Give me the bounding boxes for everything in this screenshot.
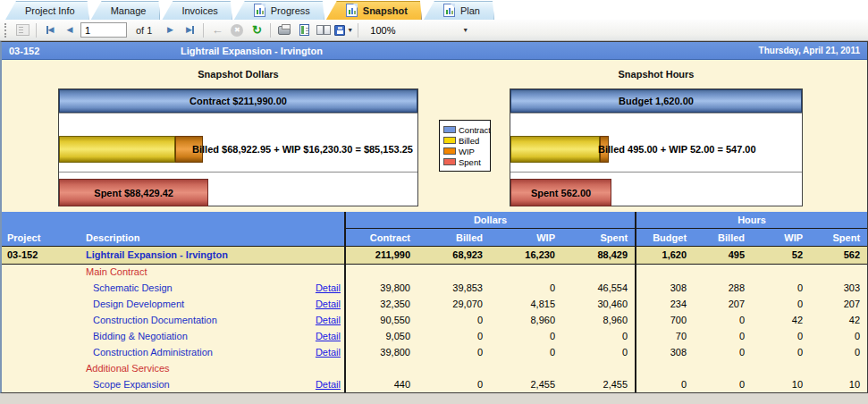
report-date: Thursday, April 21, 2011 bbox=[759, 46, 867, 55]
last-page-icon bbox=[192, 26, 194, 34]
detail-link[interactable]: Detail bbox=[316, 282, 341, 293]
detail-link[interactable]: Detail bbox=[316, 315, 341, 325]
legend-item-billed: Billed bbox=[443, 135, 486, 146]
gridline bbox=[510, 172, 802, 173]
service-row: Scope ExpansionDetail 440 0 2,455 2,455 … bbox=[2, 376, 867, 392]
toolbar-grip[interactable] bbox=[4, 23, 9, 38]
service-name: Bidding & Negotiation bbox=[93, 331, 188, 341]
spent-bar: Spent $88,429.42 bbox=[59, 179, 208, 206]
page-number-input[interactable] bbox=[80, 22, 127, 38]
tab-snapshot[interactable]: Snapshot bbox=[326, 1, 422, 20]
charts-panel: Snapshot Dollars Snapshot Hours Contract… bbox=[2, 60, 867, 212]
stop-icon: ✖ bbox=[231, 24, 243, 37]
export-button[interactable]: ▼ bbox=[334, 21, 353, 39]
detail-link[interactable]: Detail bbox=[316, 299, 341, 309]
legend-item-spent: Spent bbox=[443, 156, 486, 167]
group-hours: Hours bbox=[636, 212, 867, 228]
detail-link[interactable]: Detail bbox=[316, 379, 341, 390]
tab-label: Progress bbox=[271, 5, 310, 16]
toolbar-separator bbox=[203, 23, 204, 38]
col-spent-hours: Spent bbox=[810, 228, 867, 246]
tab-label: Manage bbox=[111, 5, 147, 16]
zoom-caret-icon: ▼ bbox=[462, 27, 468, 33]
next-page-button[interactable]: ▶ bbox=[161, 21, 179, 39]
last-page-button[interactable]: ▶ bbox=[181, 21, 198, 39]
page-setup-icon bbox=[316, 25, 331, 35]
snapshot-dollars-chart: Contract $211,990.00 Billed $68,922.95 +… bbox=[58, 88, 418, 206]
service-row: Schematic DesignDetail 39,800 39,853 0 4… bbox=[2, 280, 867, 296]
tab-strip: Project Info Manage Invoices Progress Sn… bbox=[0, 0, 868, 20]
snapshot-hours-chart: Budget 1,620.00 Billed 495.00 + WIP 52.0… bbox=[510, 88, 803, 206]
refresh-button[interactable]: ↻ bbox=[248, 21, 265, 39]
spent-bar-label: Spent $88,429.42 bbox=[94, 188, 173, 198]
stop-button[interactable]: ✖ bbox=[228, 21, 246, 39]
section-row: Main Contract bbox=[2, 264, 867, 280]
budget-bar-label: Budget 1,620.00 bbox=[619, 96, 694, 106]
spent-swatch-icon bbox=[443, 158, 456, 165]
toolbar-separator bbox=[270, 23, 271, 38]
billed-wip-row: Billed $68,922.95 + WIP $16,230.30 = $85… bbox=[59, 136, 417, 163]
tab-label: Snapshot bbox=[363, 5, 408, 16]
previous-page-button[interactable]: ◀ bbox=[61, 21, 79, 39]
page-setup-button[interactable] bbox=[315, 21, 333, 39]
zoom-value: 100% bbox=[370, 25, 460, 36]
zoom-select[interactable]: 100% ▼ bbox=[367, 22, 472, 38]
spent-bar-label: Spent 562.00 bbox=[531, 188, 591, 198]
wip-swatch-icon bbox=[443, 147, 456, 155]
section-label: Additional Services bbox=[80, 363, 170, 374]
gridline bbox=[59, 172, 417, 173]
service-row: Bidding & NegotiationDetail 9,050 0 0 0 … bbox=[2, 328, 867, 344]
tab-invoices[interactable]: Invoices bbox=[162, 1, 232, 20]
service-name: Construction Documentation bbox=[93, 315, 217, 325]
tab-manage[interactable]: Manage bbox=[91, 1, 161, 20]
service-row: Construction DocumentationDetail 90,550 … bbox=[2, 312, 867, 328]
service-name: Scope Expansion bbox=[93, 379, 170, 390]
col-wip-dollars: WIP bbox=[490, 228, 562, 246]
billed-bar bbox=[510, 136, 600, 163]
billed-bar bbox=[59, 136, 175, 163]
project-id: 03-152 bbox=[2, 46, 181, 56]
save-icon bbox=[334, 25, 345, 36]
detail-link[interactable]: Detail bbox=[316, 347, 341, 358]
back-button[interactable]: ← bbox=[208, 21, 226, 39]
group-dollars: Dollars bbox=[345, 212, 636, 228]
print-button[interactable] bbox=[275, 21, 293, 39]
contract-swatch-icon bbox=[443, 126, 456, 133]
service-row: Design DevelopmentDetail 32,350 29,070 4… bbox=[2, 296, 867, 312]
contract-bar-label: Contract $211,990.00 bbox=[190, 96, 287, 106]
print-layout-button[interactable] bbox=[295, 21, 313, 39]
snapshot-hours-title: Snapshot Hours bbox=[510, 69, 803, 80]
tab-progress[interactable]: Progress bbox=[234, 1, 324, 20]
section-row: Additional Services bbox=[2, 360, 867, 376]
print-layout-icon bbox=[299, 24, 309, 36]
gridline bbox=[59, 113, 417, 114]
col-wip-hours: WIP bbox=[752, 228, 810, 246]
first-page-button[interactable]: ◀ bbox=[41, 21, 59, 39]
chart-legend: Contract Billed WIP Spent bbox=[439, 120, 491, 172]
report-header-bar: 03-152 Lightrail Expansion - Irvington T… bbox=[2, 42, 867, 60]
col-contract: Contract bbox=[345, 228, 417, 246]
budget-bar: Budget 1,620.00 bbox=[510, 89, 802, 113]
legend-item-contract: Contract bbox=[443, 124, 486, 135]
window-bottom-strip bbox=[0, 393, 868, 403]
total-project-id: 03-152 bbox=[2, 246, 80, 264]
snapshot-table: Project Description Dollars Hours Contra… bbox=[2, 212, 867, 392]
detail-link[interactable]: Detail bbox=[316, 331, 341, 341]
tab-plan[interactable]: Plan bbox=[424, 1, 494, 20]
export-caret-icon: ▼ bbox=[347, 27, 353, 33]
col-description: Description bbox=[80, 212, 345, 246]
col-spent-dollars: Spent bbox=[562, 228, 636, 246]
gridline bbox=[510, 113, 802, 114]
billed-wip-label: Billed 495.00 + WIP 52.00 = 547.00 bbox=[598, 136, 756, 163]
parameters-icon bbox=[16, 24, 29, 36]
project-title: Lightrail Expansion - Irvington bbox=[181, 46, 759, 56]
toolbar-separator bbox=[36, 23, 37, 38]
report-parameters-button[interactable] bbox=[13, 21, 31, 39]
col-budget: Budget bbox=[636, 228, 694, 246]
tab-project-info[interactable]: Project Info bbox=[5, 1, 89, 20]
tab-label: Project Info bbox=[25, 5, 75, 16]
snapshot-dollars-title: Snapshot Dollars bbox=[58, 69, 418, 80]
report-toolbar: ◀ ◀ of 1 ▶ ▶ ← ✖ ↻ ▼ 100% ▼ bbox=[0, 20, 868, 41]
refresh-icon: ↻ bbox=[252, 23, 262, 37]
service-name: Schematic Design bbox=[93, 282, 173, 293]
